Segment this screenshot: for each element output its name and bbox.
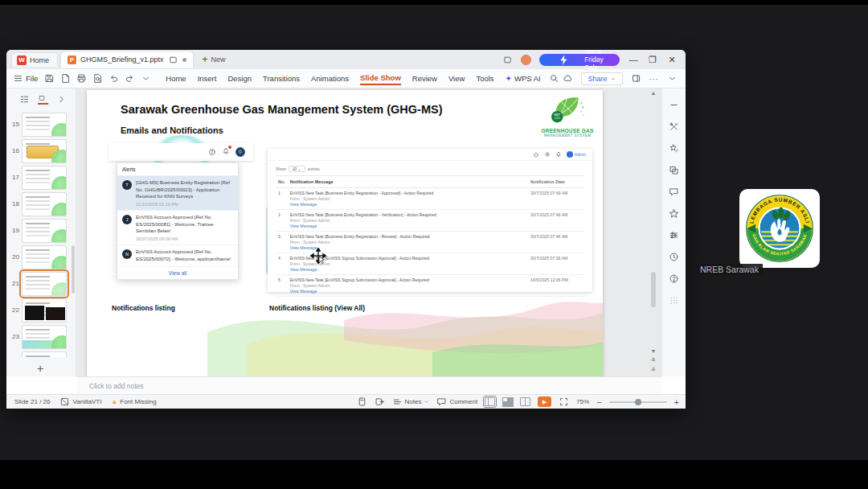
- promo-button[interactable]: Black Friday Sale: [539, 54, 620, 66]
- slideshow-play-button[interactable]: ▶: [538, 397, 551, 407]
- thumbnail-preview[interactable]: [22, 325, 67, 349]
- alert-item[interactable]: J EnVISS Account Approved [Ref No. ES/20…: [117, 211, 238, 245]
- slide-thumbnail-18[interactable]: 18: [6, 191, 76, 217]
- undo-icon[interactable]: [108, 73, 119, 84]
- collapse-ribbon-icon[interactable]: [667, 73, 678, 84]
- menu-view[interactable]: View: [448, 72, 465, 84]
- zoom-slider[interactable]: [609, 401, 667, 403]
- panel-scrollbar[interactable]: [72, 245, 75, 294]
- zoom-slider-handle[interactable]: [635, 399, 641, 405]
- status-bar: Slide 21 / 26 VanillaVTI ▲ Font Missing …: [6, 394, 686, 409]
- font-missing-warning[interactable]: ▲ Font Missing: [111, 398, 156, 405]
- thumbnail-preview[interactable]: [22, 219, 67, 243]
- fit-screen-icon[interactable]: [559, 397, 569, 407]
- file-menu[interactable]: File: [13, 73, 38, 84]
- quickbar-customize-icon[interactable]: [141, 73, 151, 84]
- account-avatar[interactable]: [521, 55, 531, 65]
- slide-thumbnail-23[interactable]: 23: [6, 323, 76, 350]
- apps-icon[interactable]: [669, 295, 679, 306]
- canvas-scrollbar[interactable]: ▲ ▼ ≛ ≚: [649, 88, 658, 376]
- participant-video-tile[interactable]: LEMBAGA SUMBER ASLI DAN ALAM SEKITAR SAR…: [739, 189, 820, 268]
- menu-transitions[interactable]: Transitions: [263, 72, 300, 84]
- thumbnail-preview[interactable]: [22, 351, 67, 358]
- reading-view-button[interactable]: [520, 397, 530, 406]
- new-tab-button[interactable]: + New: [203, 54, 226, 65]
- slide-thumbnail-16[interactable]: 16: [6, 138, 76, 164]
- thumbnail-preview[interactable]: [22, 192, 67, 216]
- zoom-out-button[interactable]: −: [596, 397, 601, 407]
- slide-pane-icon[interactable]: [357, 397, 367, 407]
- wps-ai-button[interactable]: ✦ WPS AI: [506, 74, 541, 83]
- minimize-button[interactable]: —: [628, 55, 639, 64]
- thumbnail-preview[interactable]: [22, 166, 67, 190]
- thumbnail-preview[interactable]: [22, 272, 67, 296]
- comment-button[interactable]: Comment: [436, 397, 477, 407]
- share-button[interactable]: Share: [581, 72, 622, 85]
- new-slide-button[interactable]: +: [37, 362, 43, 375]
- slide-thumbnail-22[interactable]: 22: [6, 297, 76, 323]
- sliders-icon[interactable]: [669, 230, 679, 240]
- thumbnail-preview[interactable]: [22, 139, 67, 163]
- more-button[interactable]: ···: [649, 74, 660, 83]
- help-icon[interactable]: [669, 273, 679, 284]
- menu-review[interactable]: Review: [412, 72, 437, 84]
- toolbox-icon[interactable]: [669, 121, 679, 132]
- collapse-panel-icon[interactable]: [56, 94, 67, 105]
- previous-slide-button[interactable]: ≛: [650, 357, 657, 364]
- zoom-level[interactable]: 75%: [576, 398, 589, 405]
- task-pane-icon[interactable]: [631, 73, 641, 84]
- menu-slide-show[interactable]: Slide Show: [360, 72, 401, 85]
- slide-thumbnail-15[interactable]: 15: [6, 111, 76, 138]
- history-icon[interactable]: [669, 252, 679, 262]
- scroll-up-button[interactable]: ▲: [650, 90, 657, 96]
- thumbnail-preview[interactable]: [22, 298, 67, 323]
- collapse-icon[interactable]: [669, 100, 679, 110]
- scroll-down-button[interactable]: ▼: [650, 348, 657, 354]
- menu-insert[interactable]: Insert: [198, 72, 217, 84]
- zoom-in-button[interactable]: +: [674, 397, 679, 407]
- star-edit-icon[interactable]: [669, 143, 679, 154]
- thumbnail-preview[interactable]: [22, 245, 67, 269]
- notes-toggle[interactable]: Notes: [392, 397, 430, 407]
- slide-canvas[interactable]: Sarawak Greenhouse Gas Management System…: [87, 90, 603, 376]
- theme-button[interactable]: VanillaVTI: [59, 397, 101, 407]
- export-pdf-icon[interactable]: [60, 73, 71, 84]
- slide-subtitle[interactable]: Emails and Notifications: [121, 125, 223, 135]
- thumbnail-view-icon[interactable]: [38, 94, 48, 105]
- menu-home[interactable]: Home: [166, 72, 186, 84]
- star-icon[interactable]: [669, 208, 679, 219]
- start-from-slide-icon[interactable]: [375, 397, 385, 407]
- thumbnail-preview[interactable]: [22, 113, 67, 137]
- shapes-icon[interactable]: [669, 165, 679, 175]
- outline-view-icon[interactable]: [19, 94, 30, 105]
- print-preview-icon[interactable]: [92, 73, 103, 84]
- scrollbar-thumb[interactable]: [651, 272, 656, 307]
- normal-view-button[interactable]: [485, 397, 495, 406]
- menu-tools[interactable]: Tools: [476, 72, 493, 84]
- document-tab[interactable]: P GHGMS_Briefing_v1.pptx: [61, 51, 193, 68]
- close-button[interactable]: ✕: [666, 55, 678, 65]
- slide-thumbnail-21[interactable]: 21: [6, 270, 76, 297]
- notes-area[interactable]: Click to add notes: [76, 376, 661, 394]
- cloud-sync-icon[interactable]: [563, 73, 573, 84]
- home-tab[interactable]: W Home: [11, 52, 58, 67]
- tab-window-mode-icon[interactable]: [168, 55, 178, 65]
- next-slide-button[interactable]: ≚: [650, 367, 657, 373]
- layout-switch-icon[interactable]: [502, 55, 513, 65]
- redo-icon[interactable]: [125, 73, 135, 84]
- slide-thumbnail-20[interactable]: 20: [6, 244, 76, 270]
- save-icon[interactable]: [44, 73, 55, 84]
- alert-item[interactable]: N EnVISS Account Approved [Ref No. ES/20…: [117, 245, 238, 266]
- print-icon[interactable]: [76, 73, 87, 84]
- slide-title[interactable]: Sarawak Greenhouse Gas Management System…: [121, 103, 443, 116]
- slide-thumbnail-17[interactable]: 17: [6, 164, 76, 191]
- menu-design[interactable]: Design: [227, 72, 252, 84]
- menu-animations[interactable]: Animations: [311, 72, 349, 84]
- slide-sorter-button[interactable]: [502, 397, 513, 406]
- restore-button[interactable]: ❐: [647, 55, 658, 65]
- comment-icon[interactable]: [669, 187, 679, 197]
- slide-thumbnail-19[interactable]: 19: [6, 217, 76, 244]
- alert-item[interactable]: T [GHG-MS] Business Entity Registration …: [117, 176, 238, 211]
- slide-thumbnail-24[interactable]: 24: [6, 350, 76, 357]
- search-icon[interactable]: [549, 73, 559, 84]
